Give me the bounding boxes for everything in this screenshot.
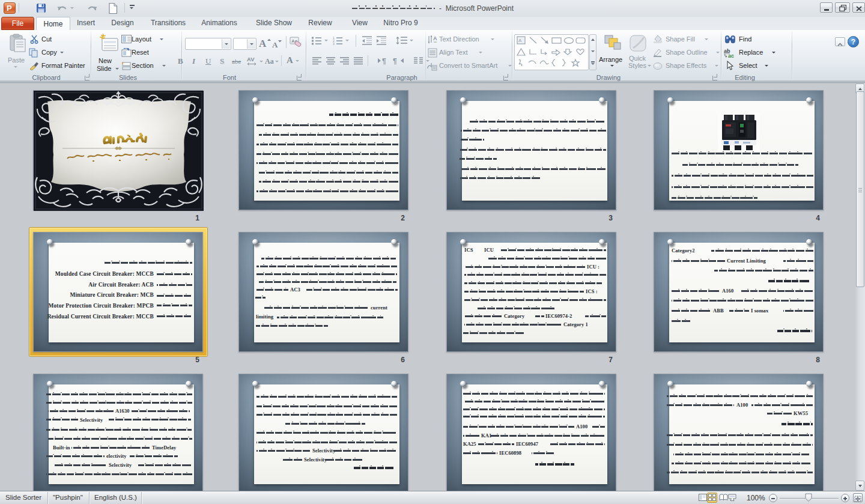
svg-text:3: 3: [333, 42, 335, 46]
svg-text:AV: AV: [247, 56, 255, 62]
svg-text:A: A: [518, 38, 522, 43]
svg-text:A: A: [433, 35, 437, 41]
svg-text:¶: ¶: [393, 57, 397, 65]
svg-text:A: A: [259, 38, 267, 49]
svg-text:¶: ¶: [382, 57, 386, 65]
svg-text:A: A: [272, 40, 278, 49]
